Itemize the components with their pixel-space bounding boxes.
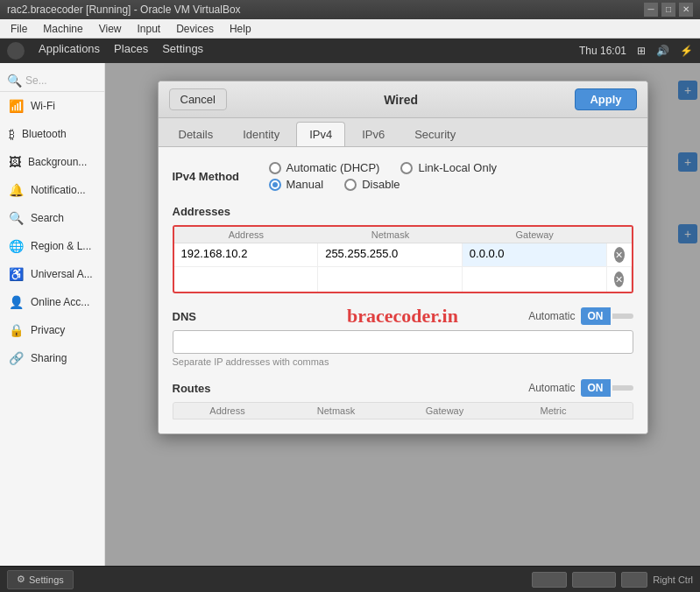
cancel-button[interactable]: Cancel: [169, 88, 227, 110]
routes-col-action: [608, 403, 633, 419]
guest-logo-icon: [7, 42, 25, 60]
sidebar-item-universal-label: Universal A...: [31, 268, 93, 280]
topbar-places[interactable]: Places: [114, 42, 148, 60]
table-row: ✕: [174, 243, 632, 267]
routes-automatic-label: Automatic: [528, 382, 575, 394]
bluetooth-icon: ₿: [9, 127, 15, 141]
addr-gateway-cell: [463, 243, 607, 266]
tab-ipv6[interactable]: IPv6: [349, 122, 398, 146]
method-options-row-2: Manual Disable: [269, 178, 498, 191]
guest-topbar-right: Thu 16:01 ⊞ 🔊 ⚡: [579, 45, 693, 57]
menu-devices[interactable]: Devices: [169, 21, 221, 37]
addr-col-netmask: Netmask: [318, 227, 463, 243]
addr-gateway-input[interactable]: [470, 247, 599, 260]
addr-netmask-input[interactable]: [325, 247, 455, 260]
tab-identity[interactable]: Identity: [230, 122, 293, 146]
search-sidebar-icon: 🔍: [9, 211, 24, 225]
ipv4-method-options: Automatic (DHCP) Link-Local Only: [269, 161, 498, 191]
ipv4-method-row: IPv4 Method Automatic (DHCP) Link-Local …: [173, 161, 633, 191]
vm-controls[interactable]: ─ □ ✕: [644, 3, 693, 17]
vm-close-btn[interactable]: ✕: [679, 3, 693, 17]
dns-toggle-off[interactable]: [612, 314, 633, 319]
sidebar-item-sharing[interactable]: 🔗 Sharing: [0, 344, 104, 372]
radio-circle-manual: [269, 179, 281, 191]
radio-manual[interactable]: Manual: [269, 178, 324, 191]
routes-label: Routes: [173, 382, 211, 395]
dialog-body: IPv4 Method Automatic (DHCP) Link-Local …: [159, 147, 647, 433]
sidebar-item-notifications[interactable]: 🔔 Notificatio...: [0, 176, 104, 204]
radio-disable[interactable]: Disable: [344, 178, 399, 191]
sidebar-item-search-label: Search: [31, 212, 64, 224]
radio-dhcp-label: Automatic (DHCP): [286, 161, 380, 174]
radio-link-local[interactable]: Link-Local Only: [400, 161, 497, 174]
main-area: 🔍 Se... 📶 Wi-Fi ₿ Bluetooth 🖼 Backgroun.…: [0, 63, 700, 566]
menu-file[interactable]: File: [4, 21, 34, 37]
radio-automatic-dhcp[interactable]: Automatic (DHCP): [269, 161, 380, 174]
addr-address-input[interactable]: [181, 247, 311, 260]
tab-ipv4[interactable]: IPv4: [296, 122, 345, 146]
dialog-title: Wired: [227, 93, 575, 107]
vm-minimize-btn[interactable]: ─: [644, 3, 658, 17]
sidebar-item-region[interactable]: 🌐 Region & L...: [0, 232, 104, 260]
dns-automatic-label: Automatic: [528, 310, 575, 322]
bottom-taskbar: ⚙ Settings Right Ctrl: [0, 566, 700, 592]
clock-display: Thu 16:01: [579, 45, 626, 57]
addr-empty-netmask: [318, 267, 463, 292]
dns-toggle-on[interactable]: ON: [581, 307, 611, 325]
menu-machine[interactable]: Machine: [36, 21, 89, 37]
addr-col-address: Address: [174, 227, 319, 243]
guest-topbar: Applications Places Settings Thu 16:01 ⊞…: [0, 39, 700, 63]
settings-taskbar-btn[interactable]: ⚙ Settings: [7, 570, 74, 589]
addr-empty-clear-btn[interactable]: ✕: [614, 271, 624, 287]
sidebar-item-background-label: Backgroun...: [28, 156, 87, 168]
routes-toggle-on[interactable]: ON: [581, 379, 611, 397]
sidebar-item-bluetooth[interactable]: ₿ Bluetooth: [0, 120, 104, 148]
addr-header: Address Netmask Gateway: [174, 227, 632, 243]
radio-manual-label: Manual: [286, 178, 324, 191]
menu-view[interactable]: View: [92, 21, 129, 37]
addr-netmask-cell: [318, 243, 463, 266]
addr-address-cell: [174, 243, 319, 266]
sidebar-item-online-accounts[interactable]: 👤 Online Acc...: [0, 288, 104, 316]
addr-clear-btn[interactable]: ✕: [614, 247, 625, 263]
dns-toggle-group: Automatic ON: [528, 307, 633, 325]
sidebar-item-region-label: Region & L...: [31, 240, 91, 252]
sidebar-item-bluetooth-label: Bluetooth: [22, 128, 67, 140]
sidebar-item-privacy-label: Privacy: [31, 324, 65, 336]
universal-icon: ♿: [9, 267, 24, 281]
sidebar-item-search[interactable]: 🔍 Search: [0, 204, 104, 232]
topbar-settings[interactable]: Settings: [162, 42, 203, 60]
sidebar-item-online-label: Online Acc...: [31, 296, 89, 308]
tab-details[interactable]: Details: [166, 122, 227, 146]
vm-indicator: [532, 572, 567, 588]
addr-empty-address: [174, 267, 319, 292]
menu-input[interactable]: Input: [131, 21, 168, 37]
sidebar-item-universal[interactable]: ♿ Universal A...: [0, 260, 104, 288]
addr-empty-clear-cell: ✕: [607, 267, 632, 292]
sidebar-search-area: 🔍 Se...: [0, 70, 104, 92]
addresses-label: Addresses: [173, 205, 633, 218]
dns-input[interactable]: [173, 330, 633, 354]
vm-indicator-2: [572, 572, 616, 588]
method-options-row-1: Automatic (DHCP) Link-Local Only: [269, 161, 498, 174]
radio-circle-disable: [344, 179, 357, 191]
routes-toggle-off[interactable]: [612, 385, 633, 391]
addr-col-gateway: Gateway: [463, 227, 607, 243]
menu-help[interactable]: Help: [223, 21, 258, 37]
sidebar-item-privacy[interactable]: 🔒 Privacy: [0, 316, 104, 344]
vm-title: rac2.bracecoder [Running] - Oracle VM Vi…: [7, 4, 241, 16]
vm-maximize-btn[interactable]: □: [661, 3, 675, 17]
radio-circle-linklocal: [400, 162, 413, 174]
routes-row: Routes Automatic ON: [173, 379, 633, 397]
tab-security[interactable]: Security: [401, 122, 469, 146]
topbar-applications[interactable]: Applications: [39, 42, 100, 60]
apply-button[interactable]: Apply: [575, 88, 636, 110]
sharing-icon: 🔗: [9, 351, 24, 365]
routes-col-gateway: Gateway: [391, 403, 499, 419]
sidebar-item-background[interactable]: 🖼 Backgroun...: [0, 148, 104, 176]
sidebar-item-wifi[interactable]: 📶 Wi-Fi: [0, 92, 104, 120]
dialog-tabs: Details Identity IPv4 IPv6 Security: [159, 118, 647, 147]
addr-empty-gateway: [463, 267, 607, 292]
sidebar-search-placeholder[interactable]: Se...: [25, 74, 47, 87]
routes-header: Address Netmask Gateway Metric: [173, 402, 633, 419]
